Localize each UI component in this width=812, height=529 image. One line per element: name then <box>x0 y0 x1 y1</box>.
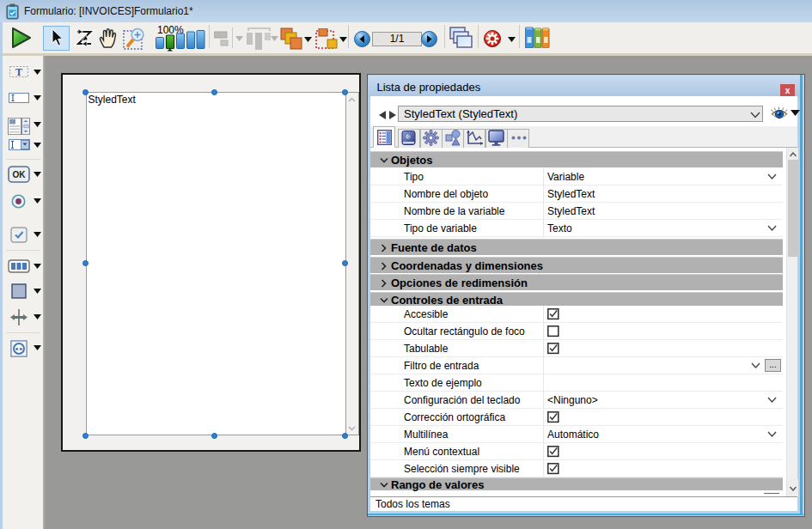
svg-text:-0: -0 <box>406 135 410 139</box>
svg-text:OK: OK <box>13 170 27 179</box>
svg-text:T: T <box>15 66 22 77</box>
